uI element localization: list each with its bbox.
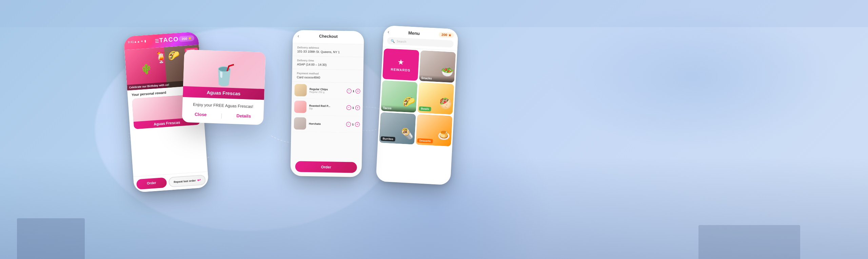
item-details-dip: Roasted Red P... Dip: [309, 104, 344, 110]
popup-actions: Close | Details: [188, 111, 258, 120]
cactus-decoration: 🌵: [140, 63, 153, 75]
phone3-header: ‹ Menu 200 ★ 🔍 Search: [383, 25, 458, 51]
phone1-time: 9:41: [128, 40, 134, 44]
star-icon: ★: [188, 36, 192, 41]
phone3-points-badge: 200 ★: [439, 32, 454, 38]
bg-ceiling: [0, 0, 868, 27]
qty-num-dip: 1: [352, 106, 354, 109]
menu-tile-burritos[interactable]: 🌯 Burritos: [379, 112, 416, 144]
popup-close-button[interactable]: Close: [195, 112, 207, 118]
phone1-signal-icons: ▲▲ ✦ ▮: [134, 39, 146, 43]
phone3-star-icon: ★: [448, 33, 452, 37]
qty-increase-chips[interactable]: +: [356, 89, 360, 93]
payment-section: Payment method Card xxxxxx4840: [292, 69, 363, 83]
item-img-horchata: [294, 117, 307, 130]
order-button[interactable]: Order: [136, 177, 167, 189]
menu-tile-tacos[interactable]: 🌮 Tacos: [381, 80, 418, 113]
popup-drink-emoji: 🥤: [211, 62, 237, 87]
burritos-food-emoji: 🌯: [401, 127, 414, 140]
popup-body: Enjoy your FREE Aguas Frescas! Close | D…: [182, 97, 264, 125]
phone2-checkout: ‹ Checkout Delivery address 101-33 108th…: [290, 30, 364, 177]
burritos-label: Burritos: [380, 136, 395, 142]
desserts-food-emoji: 🍮: [437, 129, 451, 142]
search-icon: 🔍: [391, 39, 395, 43]
aguas-frescas-popup: 🥤 Aguas Frescas Enjoy your FREE Aguas Fr…: [182, 50, 265, 125]
phone3-topbar: ‹ Menu 200 ★: [388, 29, 454, 38]
qty-num-chips: 1: [353, 90, 354, 93]
order-item-horchata: Horchata − 1 +: [294, 115, 360, 133]
qty-increase-dip[interactable]: +: [355, 105, 360, 110]
qty-increase-horchata[interactable]: +: [355, 122, 360, 127]
item-img-chips: [294, 84, 307, 96]
repeat-icon: ↩: [197, 178, 201, 183]
phone2-back-icon[interactable]: ‹: [297, 33, 299, 38]
popup-divider: |: [221, 113, 222, 119]
points-value: 200: [181, 37, 187, 41]
popup-drink-image: 🥤 Aguas Frescas: [183, 50, 266, 100]
item-name-horchata: Horchata: [309, 122, 343, 126]
phone2-checkout-title: Checkout: [319, 34, 338, 39]
item-details-horchata: Horchata: [309, 122, 343, 126]
repeat-last-order-area: [288, 233, 351, 259]
bowls-label: Bowls: [419, 106, 431, 111]
popup-body-text: Enjoy your FREE Aguas Frescas!: [188, 102, 258, 109]
phone3-points-value: 200: [441, 33, 447, 37]
item-details-chips: Regular Chips Regular 250 g.: [310, 88, 344, 94]
phone1-status-bar: 9:41 ▲▲ ✦ ▮: [128, 39, 146, 44]
order-items-list: Regular Chips Regular 250 g. − 1 + Roast…: [291, 82, 363, 133]
popup-details-button[interactable]: Details: [236, 113, 251, 119]
bowls-food-emoji: 🥙: [439, 97, 452, 110]
payment-value: Card xxxxxx4840: [297, 75, 358, 80]
hamburger-icon[interactable]: ☰: [155, 38, 159, 43]
taco-logo: TACO: [159, 36, 179, 44]
delivery-time-section: Delivery time ASAP (14:00 – 14:30): [292, 56, 364, 70]
menu-tile-bowls[interactable]: 🥙 Bowls: [417, 82, 454, 114]
desserts-label: Desserts: [417, 138, 433, 143]
food-decoration: 🌮: [167, 50, 180, 61]
delivery-address-label: Delivery address: [297, 46, 359, 50]
item-desc-dip: Dip: [309, 107, 344, 110]
menu-tile-desserts[interactable]: 🍮 Desserts: [416, 114, 453, 146]
item-qty-horchata: − 1 +: [346, 122, 360, 127]
menu-tile-snacks[interactable]: 🥗 Snacks: [419, 50, 456, 82]
item-img-dip: [294, 100, 307, 113]
rewards-star-icon: ★: [397, 57, 405, 67]
delivery-time-value: ASAP (14:00 – 14:30): [297, 62, 359, 67]
delivery-address-value: 101-33 108th St. Queens, NY 1: [297, 50, 359, 54]
rewards-label: REWARDS: [391, 67, 411, 72]
phone1-nav: ☰ TACO 200 ★: [155, 35, 195, 44]
menu-categories-grid: ★ REWARDS 🥗 Snacks 🌮 Tacos 🥙 Bowls: [378, 47, 457, 148]
item-name-dip: Roasted Red P...: [309, 104, 344, 108]
item-desc-chips: Regular 250 g.: [310, 91, 344, 94]
phone3-menu-title: Menu: [408, 30, 420, 36]
delivery-address-section: Delivery address 101-33 108th St. Queens…: [292, 43, 364, 57]
repeat-last-order-button[interactable]: Repeat last order ↩: [168, 174, 206, 187]
item-qty-chips: − 1 +: [347, 89, 360, 94]
menu-tile-rewards[interactable]: ★ REWARDS: [382, 49, 419, 81]
phone2-header: ‹ Checkout: [293, 30, 364, 44]
order-item-dip: Roasted Red P... Dip − 1 +: [294, 98, 360, 116]
delivery-time-label: Delivery time: [297, 59, 359, 63]
points-badge: 200 ★: [179, 35, 195, 42]
qty-decrease-chips[interactable]: −: [347, 89, 351, 93]
phone2-topbar: ‹ Checkout: [297, 33, 359, 39]
order-item-chips: Regular Chips Regular 250 g. − 1 +: [294, 82, 360, 99]
item-qty-dip: − 1 +: [346, 105, 360, 110]
phone3-menu: ‹ Menu 200 ★ 🔍 Search ★ REWARDS 🥗 Snacks: [376, 25, 458, 185]
phone3-back-icon[interactable]: ‹: [388, 29, 390, 34]
qty-decrease-horchata[interactable]: −: [346, 122, 351, 127]
search-placeholder-text: Search: [397, 39, 407, 43]
qty-decrease-dip[interactable]: −: [346, 105, 351, 110]
qty-num-horchata: 1: [352, 123, 354, 126]
menu-search-bar[interactable]: 🔍 Search: [387, 37, 454, 48]
payment-label: Payment method: [297, 72, 358, 76]
checkout-order-button[interactable]: Order: [295, 161, 357, 173]
